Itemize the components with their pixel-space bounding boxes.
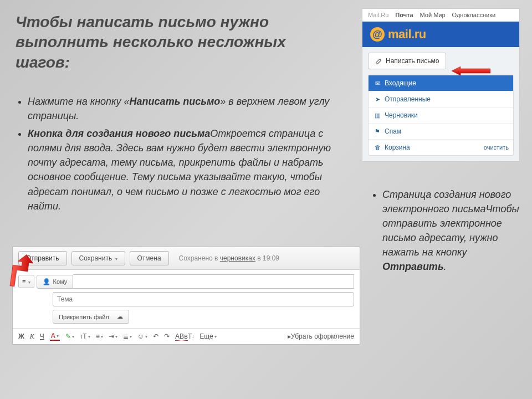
text-fragment: Сохранено в (179, 254, 220, 262)
edit-icon (375, 58, 382, 65)
instruction-item: Нажмите на кнопку «Написать письмо» в ве… (28, 94, 338, 123)
mailru-sidebar-screenshot: Mail.Ru Почта Мой Мир Одноклассники @ ma… (362, 8, 520, 162)
compose-button-label: Написать письмо (386, 57, 439, 65)
compose-toolbar: Отправить Сохранить Отмена Сохранено в ч… (13, 247, 360, 270)
nav-link-ok[interactable]: Одноклассники (452, 12, 496, 18)
save-button-label: Сохранить (79, 254, 112, 262)
to-label-text: Кому (53, 278, 67, 285)
to-label-button[interactable]: 👤 Кому (37, 275, 73, 289)
attach-file-button[interactable]: Прикрепить файл ☁ (53, 310, 129, 324)
folder-spam[interactable]: ⚑ Спам (369, 124, 513, 140)
folder-label: Корзина (385, 144, 410, 151)
mailru-body: Написать письмо ✉ Входящие ➤ Отправленны… (362, 47, 519, 161)
emoji-button[interactable]: ☺ (137, 332, 147, 340)
redo-button[interactable]: ↷ (164, 332, 170, 340)
bold-button[interactable]: Ж (18, 332, 24, 340)
text-fragment: Откроется страница с полями для ввода. З… (28, 128, 331, 211)
right-instructions: Страница создания нового электронного пи… (366, 187, 521, 274)
clear-format-button[interactable]: ▸ Убрать оформление (288, 332, 354, 340)
highlight-button[interactable]: ✎ (65, 332, 74, 340)
folder-inbox[interactable]: ✉ Входящие (369, 75, 513, 91)
nav-link-world[interactable]: Мой Мир (420, 12, 446, 18)
more-button[interactable]: Еще (200, 332, 216, 340)
compose-email-screenshot: Отправить Сохранить Отмена Сохранено в ч… (12, 247, 360, 345)
clear-format-label: Убрать оформление (291, 332, 354, 340)
folder-label: Входящие (385, 79, 416, 87)
flame-icon: ⚑ (374, 128, 381, 135)
cloud-icon: ☁ (117, 313, 123, 320)
autosave-status: Сохранено в черновиках в 19:09 (179, 254, 279, 262)
text-fragment: Нажмите на кнопку « (28, 96, 130, 107)
instructions-list: Нажмите на кнопку «Написать письмо» в ве… (11, 94, 338, 217)
person-icon: 👤 (43, 278, 50, 285)
slide-heading: Чтобы написать письмо нужно выполнить не… (16, 12, 326, 73)
clear-trash-link[interactable]: очистить (484, 144, 509, 151)
compose-button[interactable]: Написать письмо (368, 53, 446, 69)
paper-plane-icon: ➤ (374, 96, 381, 103)
drafts-link[interactable]: черновиках (220, 254, 255, 262)
list-button[interactable]: ≣ (123, 332, 132, 340)
attach-label: Прикрепить файл (59, 314, 109, 320)
folder-label: Отправленные (385, 95, 431, 103)
spellcheck-button[interactable]: ABʙT↓ (175, 332, 194, 341)
folder-drafts[interactable]: ▥ Черновики (369, 108, 513, 124)
instruction-item: Страница создания нового электронного пи… (382, 187, 521, 274)
chevron-down-icon (114, 254, 117, 262)
mailru-logo-text: mail.ru (388, 27, 426, 42)
red-arrow-pointer-icon (452, 66, 490, 75)
subject-input[interactable] (53, 292, 354, 306)
underline-button[interactable]: Ч (40, 332, 44, 340)
mailru-at-icon: @ (370, 27, 385, 42)
to-input[interactable] (73, 274, 354, 289)
mailru-logo-bar: @ mail.ru (362, 22, 519, 47)
font-size-button[interactable]: тТ (80, 332, 90, 340)
folder-list: ✉ Входящие ➤ Отправленные ▥ Черновики ⚑ … (368, 75, 514, 156)
compose-fields: ≡ 👤 Кому Прикрепить файл ☁ (13, 270, 360, 328)
text-bold-fragment: Отправить (382, 261, 444, 272)
format-toolbar: Ж К Ч A ✎ тТ ≡ ⇥ ≣ ☺ ↶ ↷ ABʙT↓ Еще ▸ Убр… (13, 328, 360, 344)
folder-trash[interactable]: 🗑 Корзина очистить (369, 140, 513, 155)
undo-button[interactable]: ↶ (153, 332, 158, 340)
trash-icon: 🗑 (374, 144, 381, 151)
nav-link-mail[interactable]: Почта (395, 12, 413, 18)
subject-row (18, 292, 354, 306)
attach-row: Прикрепить файл ☁ (53, 310, 354, 324)
envelope-icon: ✉ (374, 80, 381, 86)
align-button[interactable]: ≡ (96, 332, 103, 340)
folder-label: Черновики (385, 111, 418, 119)
to-row: ≡ 👤 Кому (18, 274, 354, 289)
save-button[interactable]: Сохранить (71, 251, 125, 265)
text-bold-fragment: Написать письмо (130, 96, 221, 107)
red-arrow-pointer-icon (7, 254, 33, 287)
instruction-item: Кнопка для создания нового письмаОткроет… (28, 126, 338, 213)
mailru-top-nav: Mail.Ru Почта Мой Мир Одноклассники (362, 9, 519, 22)
text-color-button[interactable]: A (50, 332, 60, 341)
nav-link-mailru[interactable]: Mail.Ru (368, 12, 388, 18)
indent-button[interactable]: ⇥ (109, 332, 117, 340)
text-fragment: в 19:09 (255, 254, 279, 262)
text-bold-fragment: Кнопка для создания нового письма (28, 128, 210, 139)
document-icon: ▥ (374, 112, 381, 119)
cancel-button[interactable]: Отмена (130, 251, 169, 265)
folder-sent[interactable]: ➤ Отправленные (369, 91, 513, 108)
text-fragment: . (444, 261, 447, 272)
italic-button[interactable]: К (30, 332, 34, 341)
folder-label: Спам (385, 127, 401, 135)
